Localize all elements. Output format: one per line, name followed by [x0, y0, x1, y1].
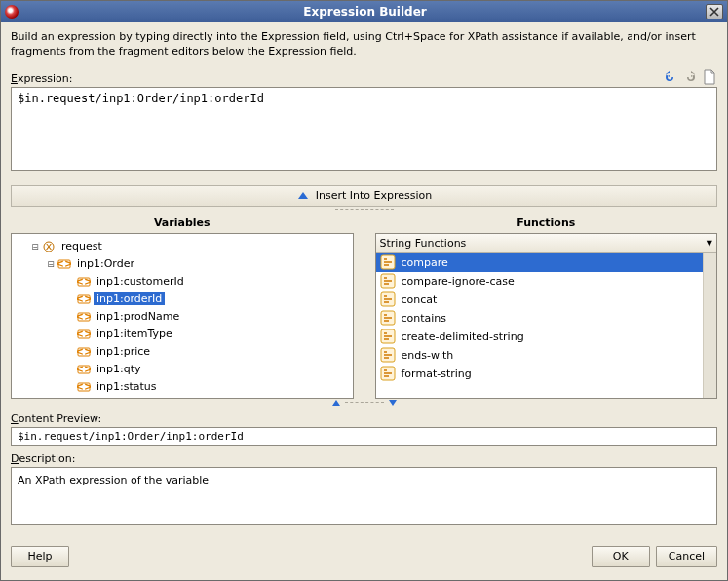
collapse-icon[interactable]: ⊟ [45, 259, 57, 269]
function-icon [380, 329, 396, 344]
content-preview-label: Content Preview: [11, 412, 717, 425]
element-icon: <> [76, 292, 92, 306]
tree-order[interactable]: ⊟<>inp1:Order [14, 255, 351, 273]
collapse-up-icon[interactable] [331, 399, 341, 407]
close-button[interactable] [706, 4, 723, 19]
function-icon [380, 347, 396, 363]
svg-text:<>: <> [77, 380, 91, 393]
element-icon: <> [72, 398, 88, 399]
tree-item[interactable]: ⊞<>inp1:creditCardInfo [14, 396, 351, 399]
function-label: concat [402, 293, 438, 306]
functions-category-label: String Functions [380, 237, 467, 250]
function-label: create-delimited-string [402, 330, 524, 343]
insert-label: Insert Into Expression [316, 189, 433, 202]
function-icon [380, 291, 396, 307]
function-label: ends-with [402, 349, 454, 362]
tree-root[interactable]: ⊟xrequest [14, 238, 351, 255]
tree-item[interactable]: <>inp1:itemType [14, 326, 351, 343]
tree-item[interactable]: <>inp1:price [14, 343, 351, 361]
element-icon: <> [76, 345, 92, 359]
function-item[interactable]: compare [376, 253, 704, 272]
function-label: contains [402, 312, 447, 325]
svg-text:<>: <> [77, 345, 91, 358]
titlebar: Expression Builder [1, 1, 727, 22]
content-preview-field [11, 427, 717, 446]
svg-text:<>: <> [77, 275, 91, 288]
help-button[interactable]: Help [11, 546, 69, 567]
app-icon [5, 5, 19, 19]
function-label: compare [402, 256, 448, 269]
variable-icon: x [41, 240, 57, 253]
window-title: Expression Builder [24, 5, 706, 19]
tree-item[interactable]: <>inp1:status [14, 378, 351, 396]
expand-down-icon[interactable] [388, 399, 398, 407]
svg-text:<>: <> [77, 328, 91, 340]
variables-header: Variables [11, 214, 354, 233]
description-label: Description: [11, 452, 717, 465]
expression-input[interactable] [11, 87, 717, 171]
undo-icon[interactable] [663, 69, 678, 85]
svg-text:<>: <> [73, 398, 87, 399]
element-icon: <> [57, 257, 72, 271]
expression-label: Expression: [11, 72, 72, 85]
tree-item[interactable]: <>inp1:prodName [14, 308, 351, 326]
functions-scrollbar[interactable] [703, 253, 716, 398]
element-icon: <> [76, 310, 92, 324]
insert-up-icon [296, 189, 310, 203]
function-icon [380, 366, 396, 381]
function-item[interactable]: ends-with [376, 346, 704, 365]
functions-header: Functions [375, 214, 718, 233]
function-item[interactable]: compare-ignore-case [376, 272, 704, 290]
function-icon [380, 310, 396, 326]
new-doc-icon[interactable] [702, 69, 717, 85]
function-item[interactable]: contains [376, 309, 704, 328]
function-icon [380, 273, 396, 289]
function-icon [380, 254, 396, 270]
element-icon: <> [76, 328, 92, 341]
collapse-icon[interactable]: ⊟ [29, 242, 41, 252]
function-label: compare-ignore-case [402, 275, 515, 288]
instructions-text: Build an expression by typing directly i… [11, 30, 717, 59]
svg-text:x: x [46, 240, 53, 252]
element-icon: <> [76, 363, 92, 376]
function-label: format-string [402, 368, 472, 380]
functions-category-select[interactable]: String Functions ▼ [376, 234, 717, 253]
ok-button[interactable]: OK [592, 546, 650, 567]
svg-text:<>: <> [57, 257, 71, 270]
expression-toolbar [663, 69, 717, 85]
function-item[interactable]: concat [376, 290, 704, 309]
svg-text:<>: <> [77, 310, 91, 323]
functions-list[interactable]: comparecompare-ignore-caseconcatcontains… [376, 253, 704, 398]
element-icon: <> [76, 275, 92, 289]
svg-text:<>: <> [77, 363, 91, 375]
cancel-button[interactable]: Cancel [656, 546, 717, 567]
tree-item[interactable]: <>inp1:qty [14, 361, 351, 378]
function-item[interactable]: format-string [376, 365, 704, 383]
function-item[interactable]: create-delimited-string [376, 328, 704, 346]
chevron-down-icon: ▼ [707, 239, 712, 248]
description-field [11, 467, 717, 525]
tree-item[interactable]: <>inp1:orderId [14, 290, 351, 308]
element-icon: <> [76, 380, 92, 394]
redo-icon[interactable] [682, 69, 698, 85]
variables-tree[interactable]: ⊟xrequest⊟<>inp1:Order<>inp1:customerId<… [11, 233, 354, 399]
tree-item[interactable]: <>inp1:customerId [14, 273, 351, 290]
insert-into-expression-button[interactable]: Insert Into Expression [11, 185, 717, 207]
svg-text:<>: <> [77, 292, 91, 305]
